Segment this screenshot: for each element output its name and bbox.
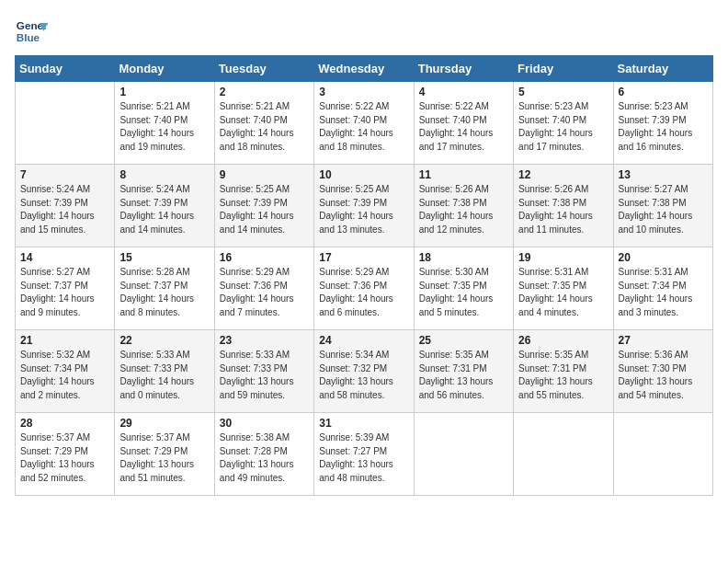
calendar-cell: 21Sunrise: 5:32 AM Sunset: 7:34 PM Dayli… xyxy=(16,330,115,413)
header-day: Friday xyxy=(514,56,613,82)
calendar-cell: 7Sunrise: 5:24 AM Sunset: 7:39 PM Daylig… xyxy=(16,165,115,247)
day-info: Sunrise: 5:29 AM Sunset: 7:36 PM Dayligh… xyxy=(220,266,309,319)
calendar-cell: 13Sunrise: 5:27 AM Sunset: 7:38 PM Dayli… xyxy=(613,165,712,247)
day-info: Sunrise: 5:33 AM Sunset: 7:33 PM Dayligh… xyxy=(220,349,309,402)
day-info: Sunrise: 5:26 AM Sunset: 7:38 PM Dayligh… xyxy=(518,183,608,236)
day-info: Sunrise: 5:31 AM Sunset: 7:35 PM Dayligh… xyxy=(518,266,608,319)
calendar-cell: 27Sunrise: 5:36 AM Sunset: 7:30 PM Dayli… xyxy=(613,330,712,413)
calendar-cell: 19Sunrise: 5:31 AM Sunset: 7:35 PM Dayli… xyxy=(514,247,613,330)
day-number: 18 xyxy=(419,251,508,264)
day-number: 1 xyxy=(119,86,209,98)
day-info: Sunrise: 5:37 AM Sunset: 7:29 PM Dayligh… xyxy=(119,431,209,485)
calendar-cell: 23Sunrise: 5:33 AM Sunset: 7:33 PM Dayli… xyxy=(214,330,313,413)
day-number: 5 xyxy=(518,86,608,98)
day-info: Sunrise: 5:27 AM Sunset: 7:38 PM Dayligh… xyxy=(619,183,708,236)
calendar-cell xyxy=(16,82,115,165)
day-number: 27 xyxy=(619,334,708,347)
logo: General Blue xyxy=(15,15,51,48)
day-number: 19 xyxy=(518,251,608,264)
calendar-cell: 8Sunrise: 5:24 AM Sunset: 7:39 PM Daylig… xyxy=(115,165,214,247)
day-number: 23 xyxy=(220,334,309,347)
day-number: 16 xyxy=(220,251,309,264)
calendar-cell xyxy=(613,413,712,496)
day-number: 22 xyxy=(119,334,209,347)
day-number: 10 xyxy=(319,168,408,181)
day-info: Sunrise: 5:21 AM Sunset: 7:40 PM Dayligh… xyxy=(119,100,209,154)
day-number: 15 xyxy=(119,251,209,264)
day-number: 28 xyxy=(20,417,109,430)
calendar-cell: 9Sunrise: 5:25 AM Sunset: 7:39 PM Daylig… xyxy=(214,165,313,247)
day-info: Sunrise: 5:34 AM Sunset: 7:32 PM Dayligh… xyxy=(319,349,408,402)
day-number: 7 xyxy=(20,168,109,181)
day-number: 2 xyxy=(220,86,309,98)
calendar-cell: 6Sunrise: 5:23 AM Sunset: 7:39 PM Daylig… xyxy=(613,82,712,165)
day-number: 24 xyxy=(319,334,408,347)
day-number: 13 xyxy=(619,168,708,181)
calendar-cell: 11Sunrise: 5:26 AM Sunset: 7:38 PM Dayli… xyxy=(414,165,513,247)
calendar-cell: 10Sunrise: 5:25 AM Sunset: 7:39 PM Dayli… xyxy=(314,165,414,247)
day-info: Sunrise: 5:32 AM Sunset: 7:34 PM Dayligh… xyxy=(20,349,109,402)
calendar-cell: 25Sunrise: 5:35 AM Sunset: 7:31 PM Dayli… xyxy=(414,330,513,413)
day-number: 6 xyxy=(619,86,708,98)
header-day: Saturday xyxy=(613,56,712,82)
header: General Blue xyxy=(15,15,713,48)
calendar-week-row: 1Sunrise: 5:21 AM Sunset: 7:40 PM Daylig… xyxy=(16,82,713,165)
day-info: Sunrise: 5:28 AM Sunset: 7:37 PM Dayligh… xyxy=(119,266,209,319)
calendar-cell: 16Sunrise: 5:29 AM Sunset: 7:36 PM Dayli… xyxy=(214,247,313,330)
day-number: 14 xyxy=(20,251,109,264)
calendar-cell: 22Sunrise: 5:33 AM Sunset: 7:33 PM Dayli… xyxy=(115,330,214,413)
day-info: Sunrise: 5:26 AM Sunset: 7:38 PM Dayligh… xyxy=(419,183,508,236)
calendar-cell: 5Sunrise: 5:23 AM Sunset: 7:40 PM Daylig… xyxy=(514,82,613,165)
calendar-cell xyxy=(514,413,613,496)
calendar-table: SundayMondayTuesdayWednesdayThursdayFrid… xyxy=(15,55,713,496)
day-number: 9 xyxy=(220,168,309,181)
calendar-week-row: 14Sunrise: 5:27 AM Sunset: 7:37 PM Dayli… xyxy=(16,247,713,330)
day-info: Sunrise: 5:31 AM Sunset: 7:34 PM Dayligh… xyxy=(619,266,708,319)
day-info: Sunrise: 5:35 AM Sunset: 7:31 PM Dayligh… xyxy=(419,349,508,402)
calendar-cell: 15Sunrise: 5:28 AM Sunset: 7:37 PM Dayli… xyxy=(115,247,214,330)
day-info: Sunrise: 5:23 AM Sunset: 7:40 PM Dayligh… xyxy=(518,100,608,154)
calendar-cell: 3Sunrise: 5:22 AM Sunset: 7:40 PM Daylig… xyxy=(314,82,414,165)
day-number: 3 xyxy=(319,86,408,98)
day-info: Sunrise: 5:24 AM Sunset: 7:39 PM Dayligh… xyxy=(20,183,109,236)
calendar-cell: 18Sunrise: 5:30 AM Sunset: 7:35 PM Dayli… xyxy=(414,247,513,330)
calendar-week-row: 21Sunrise: 5:32 AM Sunset: 7:34 PM Dayli… xyxy=(16,330,713,413)
calendar-week-row: 28Sunrise: 5:37 AM Sunset: 7:29 PM Dayli… xyxy=(16,413,713,496)
day-number: 31 xyxy=(319,417,408,430)
calendar-cell: 14Sunrise: 5:27 AM Sunset: 7:37 PM Dayli… xyxy=(16,247,115,330)
day-number: 17 xyxy=(319,251,408,264)
day-info: Sunrise: 5:35 AM Sunset: 7:31 PM Dayligh… xyxy=(518,349,608,402)
calendar-cell: 2Sunrise: 5:21 AM Sunset: 7:40 PM Daylig… xyxy=(214,82,313,165)
svg-text:Blue: Blue xyxy=(17,31,40,43)
day-number: 30 xyxy=(220,417,309,430)
day-number: 20 xyxy=(619,251,708,264)
calendar-cell: 28Sunrise: 5:37 AM Sunset: 7:29 PM Dayli… xyxy=(16,413,115,496)
day-number: 4 xyxy=(419,86,508,98)
calendar-cell: 30Sunrise: 5:38 AM Sunset: 7:28 PM Dayli… xyxy=(214,413,313,496)
header-day: Wednesday xyxy=(314,56,414,82)
day-info: Sunrise: 5:25 AM Sunset: 7:39 PM Dayligh… xyxy=(319,183,408,236)
day-info: Sunrise: 5:22 AM Sunset: 7:40 PM Dayligh… xyxy=(419,100,508,154)
day-number: 25 xyxy=(419,334,508,347)
day-info: Sunrise: 5:23 AM Sunset: 7:39 PM Dayligh… xyxy=(619,100,708,154)
day-info: Sunrise: 5:36 AM Sunset: 7:30 PM Dayligh… xyxy=(619,349,708,402)
day-info: Sunrise: 5:38 AM Sunset: 7:28 PM Dayligh… xyxy=(220,431,309,485)
day-info: Sunrise: 5:27 AM Sunset: 7:37 PM Dayligh… xyxy=(20,266,109,319)
day-info: Sunrise: 5:21 AM Sunset: 7:40 PM Dayligh… xyxy=(220,100,309,154)
day-number: 29 xyxy=(119,417,209,430)
header-day: Tuesday xyxy=(214,56,313,82)
day-number: 21 xyxy=(20,334,109,347)
day-info: Sunrise: 5:29 AM Sunset: 7:36 PM Dayligh… xyxy=(319,266,408,319)
day-info: Sunrise: 5:37 AM Sunset: 7:29 PM Dayligh… xyxy=(20,431,109,485)
calendar-cell: 31Sunrise: 5:39 AM Sunset: 7:27 PM Dayli… xyxy=(314,413,414,496)
calendar-header-row: SundayMondayTuesdayWednesdayThursdayFrid… xyxy=(16,56,713,82)
calendar-cell: 20Sunrise: 5:31 AM Sunset: 7:34 PM Dayli… xyxy=(613,247,712,330)
header-day: Sunday xyxy=(16,56,115,82)
calendar-cell: 24Sunrise: 5:34 AM Sunset: 7:32 PM Dayli… xyxy=(314,330,414,413)
day-info: Sunrise: 5:33 AM Sunset: 7:33 PM Dayligh… xyxy=(119,349,209,402)
day-number: 11 xyxy=(419,168,508,181)
calendar-cell: 12Sunrise: 5:26 AM Sunset: 7:38 PM Dayli… xyxy=(514,165,613,247)
day-number: 26 xyxy=(518,334,608,347)
header-day: Monday xyxy=(115,56,214,82)
day-info: Sunrise: 5:30 AM Sunset: 7:35 PM Dayligh… xyxy=(419,266,508,319)
